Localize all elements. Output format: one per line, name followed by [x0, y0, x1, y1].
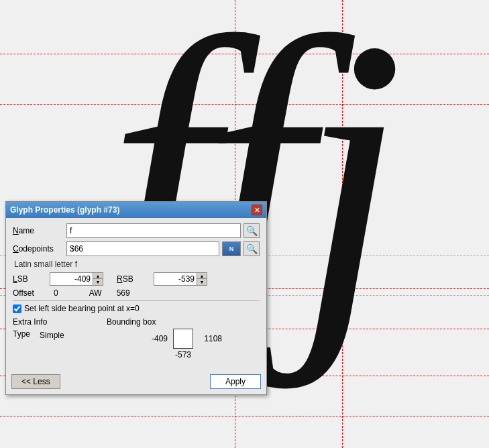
- lsb-rsb-row: LSB ▲ ▼ RSB ▲ ▼: [13, 272, 260, 286]
- dialog-body: Name 🔍 Codepoints N 🔍 Latin small letter…: [6, 218, 266, 370]
- type-value: Simple: [40, 331, 64, 340]
- bbox-left-value: -409: [144, 334, 168, 343]
- codepoints-lookup-button[interactable]: 🔍: [243, 241, 260, 256]
- dialog-footer: << Less Apply: [6, 370, 266, 394]
- extra-info-title: Extra Info: [13, 317, 93, 327]
- lsb-up-button[interactable]: ▲: [93, 273, 103, 279]
- glyph-description: Latin small letter f: [13, 260, 260, 269]
- lsb-down-button[interactable]: ▼: [93, 279, 103, 285]
- rsb-section: RSB ▲ ▼: [117, 272, 207, 286]
- aw-group: AW 569: [89, 288, 130, 298]
- rsb-down-button[interactable]: ▼: [197, 279, 207, 285]
- guide-line-h6: [0, 416, 489, 416]
- aw-value: 569: [117, 288, 130, 298]
- apply-button[interactable]: Apply: [210, 374, 261, 389]
- offset-aw-row: Offset 0 AW 569: [13, 288, 260, 298]
- offset-value: 0: [54, 288, 58, 298]
- dialog-title: Glyph Properties (glyph #73): [10, 205, 119, 215]
- codepoints-label: Codepoints: [13, 244, 66, 254]
- rsb-input[interactable]: [154, 272, 197, 286]
- bbox-bottom-value: -573: [175, 350, 191, 359]
- guide-line-h2: [0, 104, 489, 105]
- extra-section: Extra Info Type Simple Bounding box -409…: [13, 317, 260, 359]
- type-label: Type: [13, 329, 30, 339]
- aw-label: AW: [89, 288, 113, 298]
- bounding-box-panel: Bounding box -409 1108 -573: [107, 317, 260, 359]
- dialog-titlebar: Glyph Properties (glyph #73) ✕: [6, 202, 266, 218]
- guide-line-v2: [342, 0, 343, 448]
- separator1: [13, 300, 260, 301]
- name-input-group: 🔍: [66, 223, 260, 238]
- lsb-spinner-buttons: ▲ ▼: [93, 272, 103, 286]
- rsb-spinner: ▲ ▼: [154, 272, 207, 286]
- codepoints-input[interactable]: [66, 241, 219, 256]
- name-label: Name: [13, 226, 66, 235]
- bbox-display: -409 1108 -573: [107, 329, 260, 359]
- less-button[interactable]: << Less: [11, 374, 60, 389]
- guide-line-h1: [0, 54, 489, 54]
- dialog-close-button[interactable]: ✕: [252, 205, 262, 215]
- rsb-up-button[interactable]: ▲: [197, 273, 207, 279]
- lsb-checkbox[interactable]: [13, 304, 21, 313]
- type-row: Type Simple: [13, 329, 93, 341]
- bbox-main-row: -409 1108: [144, 329, 222, 349]
- glyph-properties-dialog: Glyph Properties (glyph #73) ✕ Name 🔍 Co…: [5, 201, 267, 395]
- unicode-button[interactable]: N: [222, 241, 241, 256]
- checkbox-row: Set left side bearing point at x=0: [13, 304, 260, 313]
- lsb-spinner: ▲ ▼: [50, 272, 103, 286]
- name-row: Name 🔍: [13, 223, 260, 238]
- lsb-label: LSB: [13, 274, 50, 284]
- codepoints-input-group: N 🔍: [66, 241, 260, 256]
- bbox-right-value: 1108: [199, 334, 222, 343]
- rsb-spinner-buttons: ▲ ▼: [197, 272, 207, 286]
- lsb-input[interactable]: [50, 272, 93, 286]
- offset-label: Offset: [13, 288, 50, 298]
- bounding-box-title: Bounding box: [107, 317, 260, 327]
- extra-info-panel: Extra Info Type Simple: [13, 317, 93, 359]
- name-input[interactable]: [66, 223, 241, 238]
- bbox-box: [173, 329, 193, 349]
- codepoints-row: Codepoints N 🔍: [13, 241, 260, 256]
- rsb-label: RSB: [117, 274, 154, 284]
- lsb-checkbox-label[interactable]: Set left side bearing point at x=0: [24, 304, 140, 313]
- name-lookup-button[interactable]: 🔍: [243, 223, 260, 238]
